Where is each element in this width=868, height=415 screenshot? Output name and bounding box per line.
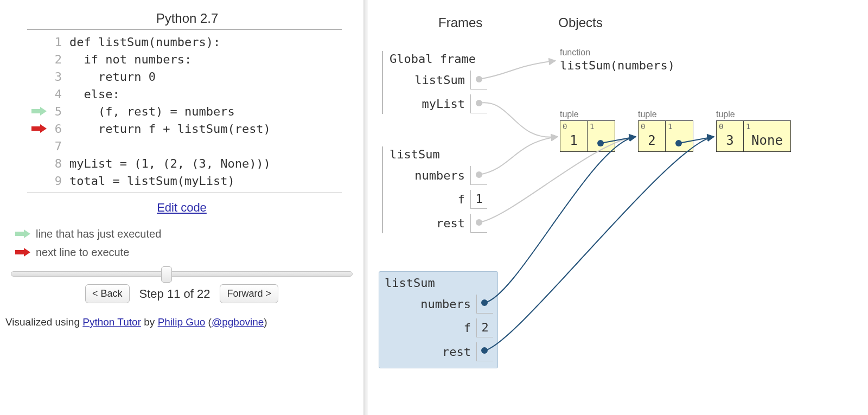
next-line-arrow-icon — [31, 124, 47, 133]
svg-marker-0 — [31, 107, 47, 116]
twitter-link[interactable]: @pgbovine — [212, 316, 264, 328]
line-number: 6 — [50, 122, 62, 136]
code-line: return f + listSum(rest) — [62, 122, 271, 136]
variable-name: f — [464, 321, 476, 335]
svg-marker-1 — [31, 124, 47, 133]
variable-value — [470, 214, 487, 233]
variable-value — [476, 295, 493, 314]
forward-button[interactable]: Forward > — [220, 284, 278, 303]
credit-text: Visualized using Python Tutor by Philip … — [5, 316, 358, 328]
edit-code-link[interactable]: Edit code — [5, 201, 358, 215]
function-object: listSum(numbers) — [560, 59, 675, 72]
variable-name: listSum — [414, 73, 470, 87]
code-line: if not numbers: — [62, 53, 192, 66]
tuple-object: 031None — [716, 120, 791, 152]
line-number: 9 — [50, 174, 62, 188]
just-executed-arrow-icon — [31, 107, 47, 116]
code-line: myList = (1, (2, (3, None))) — [62, 157, 271, 170]
python-tutor-link[interactable]: Python Tutor — [82, 316, 141, 328]
variable-value: 2 — [476, 318, 493, 337]
variable-name: myList — [422, 97, 470, 111]
stack-frame: Global framelistSummyList — [384, 52, 487, 116]
stack-frame: listSumnumbersf2rest — [379, 271, 498, 368]
stack-frame: listSumnumbersf1rest — [384, 148, 487, 235]
variable-value — [470, 94, 487, 113]
code-line: total = listSum(myList) — [62, 174, 235, 188]
line-number: 8 — [50, 157, 62, 170]
legend-just-executed: line that has just executed — [36, 225, 161, 243]
frames-header: Frames — [438, 15, 482, 30]
next-line-arrow-icon — [15, 248, 30, 257]
line-number: 1 — [50, 35, 62, 49]
variable-value — [476, 342, 493, 361]
frame-name: listSum — [379, 276, 493, 292]
pane-divider — [363, 0, 368, 415]
objects-header: Objects — [558, 15, 602, 30]
legend-next-line: next line to execute — [36, 243, 129, 261]
frame-name: Global frame — [384, 52, 487, 68]
code-line: return 0 — [62, 70, 156, 84]
variable-name: rest — [436, 216, 470, 230]
slider-thumb[interactable] — [161, 266, 172, 283]
code-listing: 1def listSum(numbers):2 if not numbers:3… — [27, 29, 342, 193]
step-slider[interactable] — [11, 271, 353, 277]
line-number: 3 — [50, 70, 62, 84]
line-number: 2 — [50, 53, 62, 66]
code-line: else: — [62, 87, 120, 101]
just-executed-arrow-icon — [15, 229, 30, 238]
variable-name: rest — [442, 345, 476, 359]
variable-name: numbers — [414, 169, 470, 182]
tuple-object: 011 — [560, 120, 615, 152]
variable-value — [470, 71, 487, 90]
code-line: (f, rest) = numbers — [62, 105, 235, 118]
object-type-label: function — [560, 48, 590, 58]
object-type-label: tuple — [716, 110, 735, 119]
object-type-label: tuple — [638, 110, 657, 119]
back-button[interactable]: < Back — [85, 284, 130, 303]
frame-name: listSum — [384, 148, 487, 163]
svg-marker-3 — [15, 248, 30, 257]
line-number: 5 — [50, 105, 62, 118]
line-number: 4 — [50, 87, 62, 101]
variable-value: 1 — [470, 190, 487, 209]
line-number: 7 — [50, 139, 62, 153]
variable-value — [470, 166, 487, 185]
language-label: Python 2.7 — [49, 11, 326, 26]
tuple-object: 021 — [638, 120, 693, 152]
author-link[interactable]: Philip Guo — [158, 316, 206, 328]
variable-name: numbers — [420, 297, 476, 311]
svg-marker-2 — [15, 229, 30, 238]
legend: line that has just executed next line to… — [15, 225, 358, 261]
variable-name: f — [458, 193, 470, 206]
step-indicator: Step 11 of 22 — [139, 287, 210, 301]
code-line: def listSum(numbers): — [62, 35, 220, 49]
object-type-label: tuple — [560, 110, 579, 119]
